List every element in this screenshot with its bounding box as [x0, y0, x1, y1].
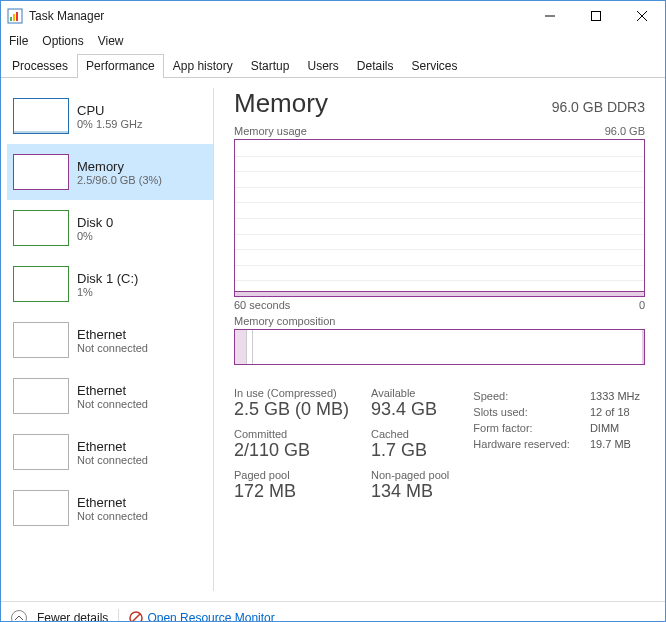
- menu-file[interactable]: File: [9, 34, 28, 48]
- tab-users[interactable]: Users: [298, 54, 347, 78]
- page-title: Memory: [234, 88, 328, 119]
- sidebar-item-sub: Not connected: [77, 398, 148, 410]
- committed-value: 2/110 GB: [234, 440, 349, 461]
- sidebar-item-ethernet[interactable]: EthernetNot connected: [7, 312, 213, 368]
- sidebar-item-label: Disk 0: [77, 215, 113, 230]
- sidebar-item-label: Ethernet: [77, 495, 148, 510]
- app-icon: [7, 8, 23, 24]
- available-value: 93.4 GB: [371, 399, 449, 420]
- menu-options[interactable]: Options: [42, 34, 83, 48]
- ethernet-thumb-icon: [13, 378, 69, 414]
- reserved-value: 19.7 MB: [590, 437, 640, 451]
- sidebar-item-disk0[interactable]: Disk 00%: [7, 200, 213, 256]
- axis-right: 0: [639, 299, 645, 311]
- tab-details[interactable]: Details: [348, 54, 403, 78]
- available-label: Available: [371, 387, 449, 399]
- axis-left: 60 seconds: [234, 299, 290, 311]
- sidebar: CPU0% 1.59 GHz Memory2.5/96.0 GB (3%) Di…: [1, 78, 213, 601]
- tab-services[interactable]: Services: [403, 54, 467, 78]
- window-title: Task Manager: [29, 9, 104, 23]
- sidebar-item-ethernet[interactable]: EthernetNot connected: [7, 368, 213, 424]
- sidebar-item-cpu[interactable]: CPU0% 1.59 GHz: [7, 88, 213, 144]
- tab-processes[interactable]: Processes: [3, 54, 77, 78]
- form-label: Form factor:: [473, 421, 588, 435]
- sidebar-item-label: Ethernet: [77, 327, 148, 342]
- resource-monitor-label: Open Resource Monitor: [147, 611, 274, 623]
- paged-value: 172 MB: [234, 481, 349, 502]
- tab-app-history[interactable]: App history: [164, 54, 242, 78]
- svg-rect-3: [16, 12, 18, 21]
- sidebar-item-memory[interactable]: Memory2.5/96.0 GB (3%): [7, 144, 213, 200]
- sidebar-item-ethernet[interactable]: EthernetNot connected: [7, 424, 213, 480]
- inuse-label: In use (Compressed): [234, 387, 349, 399]
- sidebar-item-sub: 2.5/96.0 GB (3%): [77, 174, 162, 186]
- main-panel: Memory 96.0 GB DDR3 Memory usage 96.0 GB…: [214, 78, 665, 601]
- usage-max: 96.0 GB: [605, 125, 645, 137]
- disk-thumb-icon: [13, 210, 69, 246]
- slots-value: 12 of 18: [590, 405, 640, 419]
- sidebar-item-sub: 0% 1.59 GHz: [77, 118, 142, 130]
- cached-value: 1.7 GB: [371, 440, 449, 461]
- ethernet-thumb-icon: [13, 490, 69, 526]
- sidebar-item-label: CPU: [77, 103, 142, 118]
- memory-thumb-icon: [13, 154, 69, 190]
- sidebar-item-sub: 0%: [77, 230, 113, 242]
- slots-label: Slots used:: [473, 405, 588, 419]
- sidebar-item-label: Memory: [77, 159, 162, 174]
- memory-capacity: 96.0 GB DDR3: [552, 99, 645, 115]
- sidebar-item-label: Ethernet: [77, 439, 148, 454]
- minimize-button[interactable]: [527, 1, 573, 31]
- tab-startup[interactable]: Startup: [242, 54, 299, 78]
- sidebar-item-label: Disk 1 (C:): [77, 271, 138, 286]
- open-resource-monitor-link[interactable]: Open Resource Monitor: [129, 611, 274, 623]
- speed-label: Speed:: [473, 389, 588, 403]
- sidebar-item-ethernet[interactable]: EthernetNot connected: [7, 480, 213, 536]
- nonpaged-value: 134 MB: [371, 481, 449, 502]
- hardware-info: Speed:1333 MHz Slots used:12 of 18 Form …: [471, 387, 642, 502]
- footer: Fewer details Open Resource Monitor: [1, 601, 665, 622]
- titlebar: Task Manager: [1, 1, 665, 31]
- speed-value: 1333 MHz: [590, 389, 640, 403]
- footer-divider: [118, 609, 119, 623]
- svg-rect-2: [13, 14, 15, 21]
- memory-composition-chart: [234, 329, 645, 365]
- tabs: Processes Performance App history Startu…: [1, 53, 665, 78]
- inuse-value: 2.5 GB (0 MB): [234, 399, 349, 420]
- svg-rect-5: [592, 12, 601, 21]
- cached-label: Cached: [371, 428, 449, 440]
- resource-monitor-icon: [129, 611, 143, 623]
- menubar: File Options View: [1, 31, 665, 51]
- ethernet-thumb-icon: [13, 322, 69, 358]
- cpu-thumb-icon: [13, 98, 69, 134]
- reserved-label: Hardware reserved:: [473, 437, 588, 451]
- nonpaged-label: Non-paged pool: [371, 469, 449, 481]
- sidebar-item-sub: Not connected: [77, 454, 148, 466]
- tab-performance[interactable]: Performance: [77, 54, 164, 78]
- usage-label: Memory usage: [234, 125, 307, 137]
- sidebar-item-sub: 1%: [77, 286, 138, 298]
- sidebar-item-sub: Not connected: [77, 342, 148, 354]
- svg-rect-1: [10, 17, 12, 21]
- fewer-details-button[interactable]: Fewer details: [37, 611, 108, 623]
- disk-thumb-icon: [13, 266, 69, 302]
- form-value: DIMM: [590, 421, 640, 435]
- committed-label: Committed: [234, 428, 349, 440]
- menu-view[interactable]: View: [98, 34, 124, 48]
- sidebar-item-sub: Not connected: [77, 510, 148, 522]
- sidebar-item-disk1[interactable]: Disk 1 (C:)1%: [7, 256, 213, 312]
- sidebar-item-label: Ethernet: [77, 383, 148, 398]
- svg-line-9: [132, 614, 140, 622]
- maximize-button[interactable]: [573, 1, 619, 31]
- memory-usage-chart: [234, 139, 645, 297]
- ethernet-thumb-icon: [13, 434, 69, 470]
- chevron-up-icon[interactable]: [11, 610, 27, 623]
- close-button[interactable]: [619, 1, 665, 31]
- paged-label: Paged pool: [234, 469, 349, 481]
- composition-label: Memory composition: [234, 315, 335, 327]
